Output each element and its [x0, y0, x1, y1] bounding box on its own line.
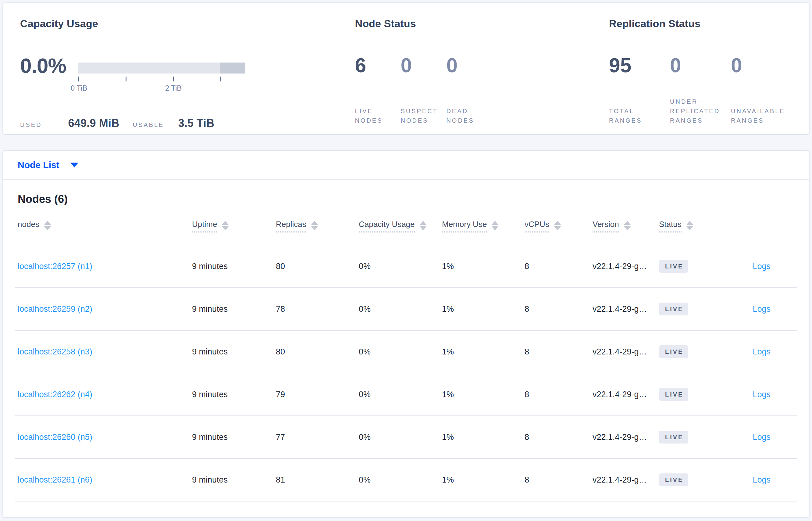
under-replicated-ranges-label: UNDER-REPLICATED RANGES [670, 97, 731, 126]
column-header-label: vCPUs [525, 220, 549, 232]
column-header-nodes[interactable]: nodes [18, 220, 192, 231]
under-replicated-ranges-value: 0 [670, 54, 731, 76]
capacity-cell: 0% [359, 433, 442, 442]
status-badge: LIVE [659, 473, 688, 486]
node-link[interactable]: localhost:26259 (n2) [18, 304, 92, 314]
column-header-label: Status [659, 220, 682, 232]
node-link[interactable]: localhost:26257 (n1) [18, 262, 92, 271]
node-list-card: Node List Nodes (6) nodes Uptime Replica… [2, 150, 810, 518]
memory-cell: 1% [442, 347, 525, 357]
axis-tick-label: 2 TiB [165, 84, 182, 92]
total-ranges-value: 95 [609, 54, 670, 76]
node-link[interactable]: localhost:26258 (n3) [18, 347, 92, 356]
column-header-label: nodes [18, 220, 39, 231]
sort-icon [624, 221, 631, 230]
node-status-stats: 6 LIVE NODES 0 SUSPECT NODES 0 DEAD NODE… [355, 54, 609, 126]
uptime-cell: 9 minutes [192, 347, 276, 357]
under-replicated-ranges-stat: 0 UNDER-REPLICATED RANGES [670, 54, 731, 126]
sort-icon [554, 221, 561, 230]
axis-tick-mark [173, 76, 174, 82]
version-cell: v22.1.4-29-g… [593, 262, 659, 271]
used-label: USED [20, 121, 42, 129]
node-list-dropdown[interactable]: Node List [18, 160, 78, 170]
unavailable-ranges-value: 0 [731, 54, 792, 76]
status-badge: LIVE [659, 302, 688, 315]
column-header-status[interactable]: Status [659, 220, 735, 232]
replication-status-title: Replication Status [609, 18, 792, 29]
uptime-cell: 9 minutes [192, 433, 276, 442]
replicas-cell: 78 [276, 304, 359, 314]
cluster-overview-card: Capacity Usage 0.0% 0 TiB 2 TiB USED 649… [2, 2, 810, 135]
table-row: localhost:26259 (n2) 9 minutes 78 0% 1% … [15, 288, 797, 331]
node-status-title: Node Status [355, 18, 609, 29]
column-header-uptime[interactable]: Uptime [192, 220, 276, 232]
vcpus-cell: 8 [525, 304, 593, 314]
capacity-cell: 0% [359, 262, 442, 271]
total-ranges-label: TOTAL RANGES [609, 107, 670, 126]
sort-icon [420, 221, 426, 230]
table-row: localhost:26258 (n3) 9 minutes 80 0% 1% … [15, 331, 797, 373]
unavailable-ranges-label: UNAVAILABLE RANGES [731, 107, 792, 126]
column-header-label: Replicas [276, 220, 306, 232]
column-header-vcpus[interactable]: vCPUs [525, 220, 593, 232]
logs-link[interactable]: Logs [753, 433, 770, 442]
vcpus-cell: 8 [525, 433, 593, 442]
nodes-table: nodes Uptime Replicas Capacity Usage Mem… [15, 220, 797, 501]
dead-nodes-stat: 0 DEAD NODES [446, 54, 492, 126]
memory-cell: 1% [442, 262, 525, 271]
logs-link[interactable]: Logs [753, 390, 770, 399]
memory-cell: 1% [442, 475, 525, 485]
memory-cell: 1% [442, 304, 525, 314]
capacity-bar-reserved-segment [220, 63, 245, 73]
logs-link[interactable]: Logs [753, 262, 770, 271]
memory-cell: 1% [442, 433, 525, 442]
suspect-nodes-label: SUSPECT NODES [401, 107, 446, 126]
replication-status-panel: Replication Status 95 TOTAL RANGES 0 UND… [609, 18, 792, 134]
node-link[interactable]: localhost:26260 (n5) [18, 433, 92, 442]
live-nodes-value: 6 [355, 54, 401, 76]
column-header-label: Version [593, 220, 619, 232]
version-cell: v22.1.4-29-g… [593, 347, 659, 357]
column-header-label: Capacity Usage [359, 220, 415, 232]
nodes-table-header: nodes Uptime Replicas Capacity Usage Mem… [15, 220, 797, 245]
axis-tick-mark [125, 76, 126, 82]
vcpus-cell: 8 [525, 390, 593, 399]
column-header-version[interactable]: Version [593, 220, 659, 232]
uptime-cell: 9 minutes [192, 475, 276, 485]
axis-tick-mark [78, 76, 79, 82]
vcpus-cell: 8 [525, 475, 593, 485]
version-cell: v22.1.4-29-g… [593, 475, 659, 485]
column-header-replicas[interactable]: Replicas [276, 220, 359, 232]
logs-link[interactable]: Logs [753, 347, 770, 356]
dead-nodes-label: DEAD NODES [446, 107, 492, 126]
live-nodes-stat: 6 LIVE NODES [355, 54, 401, 126]
capacity-usage-chart: 0.0% 0 TiB 2 TiB [20, 58, 355, 73]
status-badge: LIVE [659, 431, 688, 444]
table-row: localhost:26261 (n6) 9 minutes 81 0% 1% … [15, 459, 797, 501]
vcpus-cell: 8 [525, 262, 593, 271]
logs-link[interactable]: Logs [753, 475, 770, 484]
table-row: localhost:26262 (n4) 9 minutes 79 0% 1% … [15, 373, 797, 416]
column-header-capacity-usage[interactable]: Capacity Usage [359, 220, 442, 232]
version-cell: v22.1.4-29-g… [593, 390, 659, 399]
status-badge: LIVE [659, 388, 688, 401]
used-value: 649.9 MiB [68, 117, 119, 130]
table-row: localhost:26260 (n5) 9 minutes 77 0% 1% … [15, 416, 797, 459]
column-header-memory-use[interactable]: Memory Use [442, 220, 525, 232]
table-row: localhost:26257 (n1) 9 minutes 80 0% 1% … [15, 245, 797, 288]
usable-label: USABLE [133, 121, 164, 129]
live-nodes-label: LIVE NODES [355, 107, 401, 126]
node-list-dropdown-label: Node List [18, 160, 59, 170]
column-header-label: Memory Use [442, 220, 487, 232]
logs-link[interactable]: Logs [753, 304, 770, 314]
capacity-usage-title: Capacity Usage [20, 18, 355, 29]
sort-icon [687, 221, 693, 230]
sort-icon [222, 221, 229, 230]
column-header-label: Uptime [192, 220, 217, 232]
node-link[interactable]: localhost:26261 (n6) [18, 475, 92, 484]
uptime-cell: 9 minutes [192, 390, 276, 399]
uptime-cell: 9 minutes [192, 262, 276, 271]
node-link[interactable]: localhost:26262 (n4) [18, 390, 92, 399]
capacity-percent-value: 0.0% [20, 58, 66, 73]
axis-tick-label: 0 TiB [71, 84, 88, 92]
